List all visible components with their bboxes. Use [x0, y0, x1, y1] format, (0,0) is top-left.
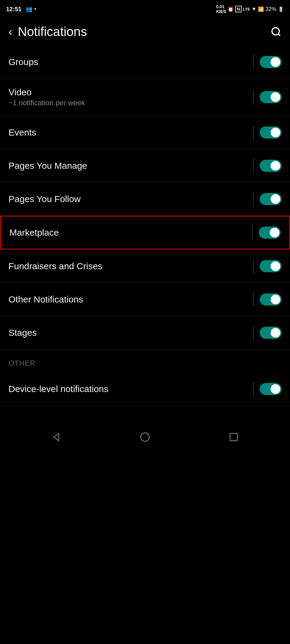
item-label-groups: Groups [8, 57, 247, 67]
settings-item-stages[interactable]: Stages [0, 316, 290, 349]
nav-back-button[interactable] [50, 431, 62, 446]
svg-marker-2 [54, 433, 59, 441]
settings-item-other-notifications[interactable]: Other Notifications [0, 283, 290, 316]
item-label-events: Events [8, 127, 247, 138]
toggle-container-groups[interactable] [260, 56, 282, 68]
search-button[interactable] [271, 26, 282, 37]
toggle-thumb-events [271, 128, 280, 137]
separator-pages-you-follow [253, 191, 254, 207]
back-button[interactable]: ‹ [8, 25, 12, 38]
svg-line-1 [278, 34, 280, 36]
separator-groups [253, 54, 254, 70]
settings-item-pages-you-manage[interactable]: Pages You Manage [0, 149, 290, 182]
toggle-fundraisers[interactable] [260, 260, 282, 272]
settings-list: Groups Video ~1 notification per week [0, 45, 290, 349]
toggle-video[interactable] [260, 91, 282, 103]
toggle-container-pages-you-manage[interactable] [260, 160, 282, 172]
item-label-device-level: Device-level notifications [8, 384, 247, 394]
nav-recent-button[interactable] [228, 431, 240, 446]
separator-pages-you-manage [253, 158, 254, 173]
separator-other-notifications [253, 292, 254, 307]
item-label-pages-you-manage: Pages You Manage [8, 161, 247, 171]
toggle-thumb-pages-you-follow [271, 194, 280, 204]
item-label-marketplace: Marketplace [9, 227, 246, 238]
toggle-container-other-notifications[interactable] [260, 293, 282, 306]
svg-point-0 [272, 28, 279, 35]
settings-item-pages-you-follow[interactable]: Pages You Follow [0, 182, 290, 216]
separator-events [253, 125, 254, 140]
lte-icon: LTE [243, 7, 250, 11]
wifi-icon: ▼ [252, 6, 256, 12]
settings-item-events[interactable]: Events [0, 116, 290, 149]
toggle-thumb-video [271, 92, 280, 102]
status-icons-right: 0.01KB/S ⏰ N LTE ▼ 📶 32% 🔋 [216, 4, 284, 14]
toggle-container-stages[interactable] [260, 327, 282, 339]
toggle-container-video[interactable] [260, 91, 282, 103]
nav-home-button[interactable] [139, 431, 151, 446]
toggle-thumb-pages-you-manage [271, 161, 280, 171]
item-content-pages-you-manage: Pages You Manage [8, 161, 247, 171]
dot-icon: • [34, 6, 36, 12]
toggle-thumb-device-level [271, 384, 280, 394]
item-label-video: Video [8, 87, 247, 97]
toggle-thumb-groups [271, 57, 280, 67]
toggle-container-device-level[interactable] [260, 383, 282, 395]
settings-item-marketplace[interactable]: Marketplace [0, 216, 290, 250]
item-label-other-notifications: Other Notifications [8, 294, 247, 305]
separator-marketplace [252, 225, 253, 240]
toggle-pages-you-follow[interactable] [260, 193, 282, 205]
page-title: Notifications [18, 25, 271, 39]
item-label-fundraisers: Fundraisers and Crises [8, 261, 247, 271]
toggle-track-pages-you-manage [260, 160, 282, 172]
separator-video [253, 90, 254, 105]
separator-device-level [253, 381, 254, 397]
alarm-icon: ⏰ [228, 6, 234, 12]
svg-point-3 [141, 433, 149, 441]
toggle-other-notifications[interactable] [260, 293, 282, 306]
toggle-thumb-marketplace [270, 228, 279, 237]
toggle-container-events[interactable] [260, 126, 282, 139]
toggle-track-other-notifications [260, 293, 282, 306]
svg-rect-4 [230, 433, 237, 441]
toggle-container-marketplace[interactable] [259, 227, 281, 239]
item-label-stages: Stages [8, 328, 247, 338]
status-time: 12:51 [6, 6, 21, 13]
nfc-icon: N [235, 6, 241, 12]
back-icon: ‹ [8, 25, 12, 38]
toggle-thumb-stages [271, 328, 280, 338]
toggle-pages-you-manage[interactable] [260, 160, 282, 172]
toggle-container-pages-you-follow[interactable] [260, 193, 282, 205]
item-content-fundraisers: Fundraisers and Crises [8, 261, 247, 271]
item-content-marketplace: Marketplace [9, 227, 246, 238]
item-content-video: Video ~1 notification per week [8, 87, 247, 107]
toggle-track-marketplace [259, 227, 281, 239]
toggle-track-video [260, 91, 282, 103]
item-label-pages-you-follow: Pages You Follow [8, 194, 247, 204]
toggle-track-stages [260, 327, 282, 339]
data-icon: 0.01KB/S [216, 4, 226, 14]
settings-list-other: Device-level notifications [0, 372, 290, 406]
item-content-other-notifications: Other Notifications [8, 294, 247, 305]
toggle-groups[interactable] [260, 56, 282, 68]
settings-item-groups[interactable]: Groups [0, 45, 290, 79]
status-bar: 12:51 👥 • 0.01KB/S ⏰ N LTE ▼ 📶 32% 🔋 [0, 0, 290, 18]
settings-item-device-level[interactable]: Device-level notifications [0, 372, 290, 406]
toggle-device-level[interactable] [260, 383, 282, 395]
toggle-track-events [260, 126, 282, 139]
item-content-events: Events [8, 127, 247, 138]
battery-icon: 🔋 [278, 6, 284, 12]
toggle-events[interactable] [260, 126, 282, 139]
toggle-track-groups [260, 56, 282, 68]
settings-item-video[interactable]: Video ~1 notification per week [0, 79, 290, 116]
toggle-track-fundraisers [260, 260, 282, 272]
item-sublabel-video: ~1 notification per week [8, 99, 247, 107]
toggle-marketplace[interactable] [259, 227, 281, 239]
toggle-stages[interactable] [260, 327, 282, 339]
toggle-thumb-other-notifications [271, 295, 280, 304]
toggle-container-fundraisers[interactable] [260, 260, 282, 272]
settings-item-fundraisers[interactable]: Fundraisers and Crises [0, 250, 290, 283]
teams-icon: 👥 [26, 6, 32, 12]
toggle-thumb-fundraisers [271, 261, 280, 271]
item-content-stages: Stages [8, 328, 247, 338]
item-content-groups: Groups [8, 57, 247, 67]
